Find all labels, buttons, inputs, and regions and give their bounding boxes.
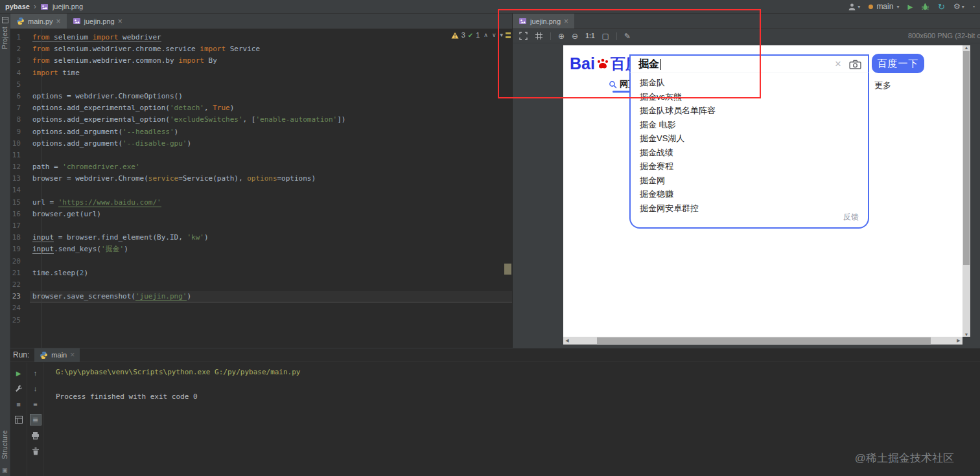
inspection-widget[interactable]: 3 ✔ 1 ∧ ∨ ▾ xyxy=(451,31,503,39)
suggestion-item[interactable]: 掘金网 xyxy=(631,174,868,188)
code-line[interactable]: 1from selenium import webdriver xyxy=(10,32,512,43)
zoom-in-icon[interactable]: ⊕ xyxy=(558,32,565,41)
up-stacktrace-icon[interactable]: ↑ xyxy=(30,368,41,378)
code-line[interactable]: 3from selenium.webdriver.common.by impor… xyxy=(10,55,512,67)
tab-main-py[interactable]: main.py × xyxy=(10,14,67,28)
code-line[interactable]: 8options.add_experimental_option('exclud… xyxy=(10,114,512,126)
suggestion-item[interactable]: 掘金队球员名单阵容 xyxy=(631,104,868,118)
image-file-icon xyxy=(519,17,527,25)
suggestion-item[interactable]: 掘金 电影 xyxy=(631,118,868,132)
code-line[interactable]: 19input.send_keys('掘金') xyxy=(10,244,512,255)
code-line[interactable]: 11 xyxy=(10,150,512,161)
code-line[interactable]: 4import time xyxy=(10,67,512,79)
suggestion-item[interactable]: 掘金VS湖人 xyxy=(631,131,868,146)
image-canvas[interactable]: Bai 百度 掘金 × 百度一下 网页 更多 掘金 xyxy=(513,43,980,348)
code-editor[interactable]: 1from selenium import webdriver2from sel… xyxy=(10,29,512,348)
close-tab-icon[interactable]: × xyxy=(564,17,568,25)
rerun-button[interactable]: ▶ xyxy=(14,368,24,378)
code-line[interactable]: 25 xyxy=(10,315,512,326)
code-line[interactable]: 2from selenium.webdriver.chrome.service … xyxy=(10,43,512,55)
code-line[interactable]: 12path = 'chromedriver.exe' xyxy=(10,161,512,173)
camera-search-icon[interactable] xyxy=(849,60,861,69)
tab-juejin-png[interactable]: juejin.png × xyxy=(67,14,128,28)
code-line[interactable]: 24 xyxy=(10,302,512,314)
code-line[interactable]: 5 xyxy=(10,79,512,91)
project-toolwindow-icon[interactable] xyxy=(2,17,8,23)
code-line[interactable]: 17 xyxy=(10,220,512,232)
code-line[interactable]: 9options.add_argument('--headless') xyxy=(10,126,512,138)
code-line[interactable]: 22 xyxy=(10,279,512,291)
settings-button[interactable]: ⚙▾ xyxy=(953,2,964,11)
image-toolbar: ⊕ ⊖ 1:1 ▢ ✎ 800x600 PNG (32-bit color xyxy=(513,29,980,43)
suggestion-item[interactable]: 掘金战绩 xyxy=(631,146,868,160)
baidu-search-button[interactable]: 百度一下 xyxy=(872,54,924,73)
scroll-down-icon[interactable]: ▼ xyxy=(962,332,970,337)
restore-layout-icon[interactable] xyxy=(14,414,24,425)
scroll-to-end-icon[interactable]: ≣ xyxy=(30,414,41,425)
soft-wrap-icon[interactable]: ≡ xyxy=(30,399,41,409)
editor-scrollbar[interactable] xyxy=(503,29,512,348)
code-line[interactable]: 23browser.save_screenshot('juejin.png') xyxy=(10,291,512,302)
edit-externally-icon[interactable]: ✎ xyxy=(624,32,631,41)
close-tab-icon[interactable]: × xyxy=(118,17,122,25)
run-tab-main[interactable]: main × xyxy=(34,348,80,362)
stop-button[interactable]: ■ xyxy=(14,399,24,409)
vscrollbar-thumb[interactable] xyxy=(963,51,970,265)
code-line[interactable]: 21time.sleep(2) xyxy=(10,267,512,279)
suggestion-item[interactable]: 掘金网安卓群控 xyxy=(631,201,868,216)
actual-size-button[interactable]: 1:1 xyxy=(585,32,594,40)
vertical-scrollbar[interactable]: ▲ ▼ xyxy=(962,45,970,337)
scroll-right-icon[interactable]: ▶ xyxy=(955,338,962,343)
code-line[interactable]: 13browser = webdriver.Chrome(service=Ser… xyxy=(10,173,512,185)
code-line[interactable]: 6options = webdriver.ChromeOptions() xyxy=(10,91,512,102)
code-line[interactable]: 7options.add_experimental_option('detach… xyxy=(10,102,512,114)
horizontal-scrollbar[interactable]: ◀ ▶ xyxy=(563,337,962,345)
code-line[interactable]: 10options.add_argument('--disable-gpu') xyxy=(10,138,512,150)
toolwindow-corner-icon[interactable]: ▣ xyxy=(2,467,8,473)
suggestion-item[interactable]: 掘金队 xyxy=(631,76,868,90)
sidebar-item-structure[interactable]: Structure xyxy=(1,430,8,459)
minimize-icon[interactable]: ▪ xyxy=(973,3,975,10)
clear-search-icon[interactable]: × xyxy=(835,58,841,71)
user-icon[interactable]: ▾ xyxy=(848,3,860,11)
tab-juejin-png-viewer[interactable]: juejin.png × xyxy=(513,14,574,28)
prev-problem-icon[interactable]: ∧ xyxy=(484,32,488,38)
breadcrumb-file[interactable]: juejin.png xyxy=(52,3,83,10)
scroll-up-icon[interactable]: ▲ xyxy=(962,45,970,50)
code-line[interactable]: 15url = 'https://www.baidu.com/' xyxy=(10,197,512,209)
grid-icon[interactable] xyxy=(535,32,543,40)
run-button[interactable]: ▶ xyxy=(907,3,913,10)
down-stacktrace-icon[interactable]: ↓ xyxy=(30,383,41,394)
baidu-more-link[interactable]: 更多 xyxy=(874,80,891,91)
code-line[interactable]: 14 xyxy=(10,185,512,196)
git-branch-widget[interactable]: main ▾ xyxy=(869,2,899,11)
sidebar-item-project[interactable]: Project xyxy=(1,27,8,49)
passed-count: 1 xyxy=(476,31,480,39)
update-project-icon[interactable]: ↻ xyxy=(938,2,945,12)
collapse-icon[interactable]: ▾ xyxy=(500,32,503,38)
feedback-link[interactable]: 反馈 xyxy=(843,212,859,223)
code-line[interactable]: 18input = browser.find_element(By.ID, 'k… xyxy=(10,232,512,244)
search-input[interactable]: 掘金 × xyxy=(629,54,869,73)
scroll-left-icon[interactable]: ◀ xyxy=(563,338,571,343)
breadcrumb-project[interactable]: pybase xyxy=(5,3,30,10)
hscrollbar-thumb[interactable] xyxy=(597,337,931,344)
suggestion-item[interactable]: 掘金赛程 xyxy=(631,159,868,174)
suggestion-item[interactable]: 掘金vs灰熊 xyxy=(631,90,868,104)
close-tab-icon[interactable]: × xyxy=(56,17,61,25)
code-line[interactable]: 16browser.get(url) xyxy=(10,209,512,220)
zoom-out-icon[interactable]: ⊖ xyxy=(572,32,578,41)
fit-window-icon[interactable]: ▢ xyxy=(602,32,609,41)
console-output[interactable]: G:\py\pybase\venv\Scripts\python.exe G:/… xyxy=(44,363,980,476)
print-icon[interactable] xyxy=(30,430,41,440)
scrollbar-thumb[interactable] xyxy=(504,264,511,275)
debug-button[interactable] xyxy=(921,3,929,11)
zoom-fit-icon[interactable] xyxy=(519,32,528,40)
next-problem-icon[interactable]: ∨ xyxy=(492,32,496,38)
clear-all-icon[interactable] xyxy=(30,446,41,456)
suggestion-item[interactable]: 掘金稳赚 xyxy=(631,187,868,201)
close-tab-icon[interactable]: × xyxy=(70,351,75,359)
wrench-icon[interactable] xyxy=(14,383,24,394)
line-number: 6 xyxy=(10,91,30,102)
code-line[interactable]: 20 xyxy=(10,256,512,267)
